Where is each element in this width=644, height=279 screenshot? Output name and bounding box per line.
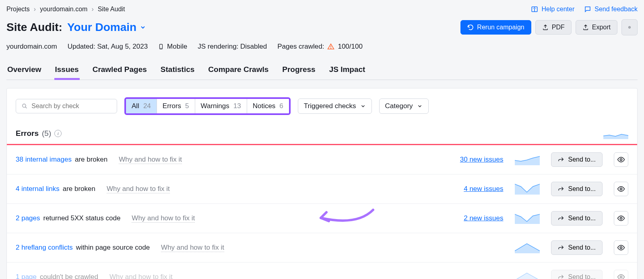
- gear-icon: [628, 24, 631, 31]
- view-button[interactable]: [614, 240, 628, 255]
- filter-errors[interactable]: Errors5: [157, 99, 195, 113]
- upload-icon: [582, 24, 589, 31]
- share-icon: [558, 274, 564, 279]
- svg-point-11: [620, 159, 622, 161]
- send-to-button[interactable]: Send to...: [551, 152, 603, 167]
- send-to-button[interactable]: Send to...: [551, 270, 603, 279]
- issue-row: 2 hreflang conflicts within page source …: [7, 233, 637, 263]
- settings-button[interactable]: [621, 19, 638, 35]
- sparkline: [515, 271, 540, 279]
- eye-icon: [617, 214, 625, 222]
- filter-warnings[interactable]: Warnings13: [195, 99, 247, 113]
- pdf-label: PDF: [552, 24, 565, 31]
- tab-issues[interactable]: Issues: [54, 65, 80, 80]
- export-button[interactable]: Export: [576, 20, 617, 35]
- chevron-down-icon: [417, 103, 423, 109]
- issue-link[interactable]: 38 internal images: [16, 156, 72, 164]
- issue-link[interactable]: 2 pages: [16, 214, 40, 222]
- why-fix-link[interactable]: Why and how to fix it: [107, 185, 170, 193]
- search-input[interactable]: [31, 103, 111, 110]
- meta-updated: Updated: Sat, Aug 5, 2023: [68, 43, 148, 51]
- issue-text: 2 hreflang conflicts within page source …: [16, 244, 150, 252]
- chat-icon: [584, 6, 591, 13]
- send-feedback-label: Send feedback: [594, 6, 638, 13]
- info-icon[interactable]: i: [54, 130, 62, 137]
- svg-point-13: [620, 217, 622, 220]
- view-button[interactable]: [614, 270, 628, 279]
- tab-crawled-pages[interactable]: Crawled Pages: [92, 65, 148, 80]
- issue-link[interactable]: 2 hreflang conflicts: [16, 244, 73, 252]
- meta-domain: yourdomain.com: [6, 43, 57, 51]
- share-icon: [558, 215, 564, 222]
- refresh-icon: [467, 24, 474, 31]
- tab-progress[interactable]: Progress: [281, 65, 316, 80]
- send-to-button[interactable]: Send to...: [551, 240, 603, 255]
- share-icon: [558, 156, 564, 163]
- meta-crawled: Pages crawled: 100/100: [277, 43, 363, 51]
- share-icon: [558, 186, 564, 192]
- crumb-domain[interactable]: yourdomain.com: [40, 6, 87, 13]
- crumb-current: Site Audit: [98, 6, 125, 13]
- svg-point-8: [331, 48, 331, 48]
- filter-segment-group: All24 Errors5 Warnings13 Notices6: [124, 97, 291, 115]
- new-issues-link[interactable]: 4 new issues: [464, 185, 503, 193]
- filter-all[interactable]: All24: [126, 99, 157, 113]
- sparkline: [515, 213, 540, 224]
- send-to-button[interactable]: Send to...: [551, 211, 603, 226]
- issue-text: 38 internal images are broken: [16, 156, 107, 164]
- pdf-button[interactable]: PDF: [535, 20, 572, 35]
- eye-icon: [617, 273, 625, 279]
- issue-link[interactable]: 1 page: [16, 273, 37, 279]
- issue-row: 1 page couldn't be crawledWhy and how to…: [7, 263, 637, 279]
- mobile-icon: [158, 43, 164, 51]
- view-button[interactable]: [614, 182, 628, 196]
- rerun-campaign-button[interactable]: Rerun campaign: [460, 20, 531, 35]
- svg-point-15: [620, 276, 622, 278]
- domain-label: Your Domain: [67, 21, 136, 34]
- svg-point-4: [629, 27, 630, 28]
- page-title: Site Audit:: [6, 21, 62, 34]
- issue-link[interactable]: 4 internal links: [16, 185, 60, 193]
- issue-text: 2 pages returned 5XX status code: [16, 214, 120, 222]
- svg-point-14: [620, 247, 622, 249]
- meta-bar: yourdomain.com Updated: Sat, Aug 5, 2023…: [6, 43, 638, 51]
- view-button[interactable]: [614, 152, 628, 167]
- eye-icon: [617, 156, 625, 164]
- send-to-button[interactable]: Send to...: [551, 182, 603, 196]
- tab-bar: OverviewIssuesCrawled PagesStatisticsCom…: [6, 65, 638, 80]
- view-button[interactable]: [614, 211, 628, 226]
- new-issues-link[interactable]: 2 new issues: [464, 214, 503, 222]
- chevron-down-icon: [360, 103, 366, 109]
- why-fix-link[interactable]: Why and how to fix it: [161, 244, 224, 252]
- tab-compare-crawls[interactable]: Compare Crawls: [207, 65, 269, 80]
- why-fix-link[interactable]: Why and how to fix it: [119, 156, 182, 164]
- sparkline: [515, 242, 540, 253]
- search-icon: [22, 103, 27, 109]
- category-dropdown[interactable]: Category: [379, 98, 429, 114]
- tab-statistics[interactable]: Statistics: [160, 65, 195, 80]
- new-issues-link[interactable]: 30 new issues: [460, 156, 504, 164]
- triggered-checks-dropdown[interactable]: Triggered checks: [298, 98, 372, 114]
- issue-text: 4 internal links are broken: [16, 185, 95, 193]
- issue-text: 1 page couldn't be crawled: [16, 273, 98, 279]
- tab-overview[interactable]: Overview: [6, 65, 42, 80]
- search-input-wrap[interactable]: [16, 99, 117, 113]
- tab-js-impact[interactable]: JS Impact: [328, 65, 366, 80]
- filter-notices[interactable]: Notices6: [247, 99, 289, 113]
- rerun-label: Rerun campaign: [477, 24, 524, 31]
- why-fix-link[interactable]: Why and how to fix it: [109, 273, 173, 279]
- send-feedback-link[interactable]: Send feedback: [584, 6, 638, 13]
- issue-row: 2 pages returned 5XX status codeWhy and …: [7, 204, 637, 233]
- domain-dropdown[interactable]: Your Domain: [67, 21, 146, 34]
- book-icon: [531, 6, 538, 13]
- svg-line-10: [25, 107, 27, 109]
- breadcrumb: Projects › yourdomain.com › Site Audit: [6, 6, 125, 13]
- crumb-projects[interactable]: Projects: [6, 6, 30, 13]
- issue-row: 4 internal links are brokenWhy and how t…: [7, 174, 637, 204]
- why-fix-link[interactable]: Why and how to fix it: [132, 214, 195, 223]
- upload-icon: [542, 24, 549, 31]
- help-center-label: Help center: [541, 6, 574, 13]
- chevron-down-icon: [140, 24, 146, 31]
- help-center-link[interactable]: Help center: [531, 6, 574, 13]
- sparkline: [515, 183, 540, 195]
